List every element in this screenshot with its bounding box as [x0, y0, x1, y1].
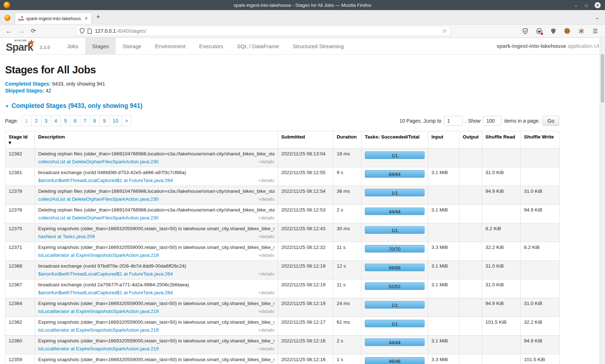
page-button-1[interactable]: 1: [22, 115, 32, 126]
stage-detail-link[interactable]: collectAsList at DeleteOrphanFilesSparkA…: [38, 196, 158, 202]
stage-detail-link[interactable]: $anonfun$withThreadLocalCaptured$1 at Fu…: [38, 178, 173, 183]
details-toggle[interactable]: +details: [258, 290, 274, 295]
tab-close-icon[interactable]: ✕: [84, 15, 89, 22]
description-text: Expiring snapshots (older_than=166932055…: [38, 319, 274, 325]
jump-to-input[interactable]: [444, 116, 463, 126]
page-button-3[interactable]: 3: [41, 115, 51, 126]
page-button-5[interactable]: 5: [60, 115, 71, 126]
reload-icon[interactable]: ⟳: [31, 28, 36, 34]
stage-detail-link[interactable]: collectAsList at DeleteOrphanFilesSparkA…: [38, 159, 158, 164]
page-button-4[interactable]: 4: [51, 115, 61, 126]
table-row: 12375Expiring snapshots (older_than=1669…: [5, 223, 560, 242]
stage-detail-link[interactable]: hasNext at Tasks.java:209: [38, 234, 95, 239]
tasks-cell: 46/46: [362, 354, 428, 364]
browser-tab[interactable]: ★Spark spark-ingest-into-lakehous ✕: [15, 12, 92, 24]
menu-icon[interactable]: ☰: [592, 28, 599, 34]
items-label: items in a page.: [504, 118, 540, 124]
input-cell: 3.1 MiB: [428, 279, 460, 298]
skipped-stages-summary: Skipped Stages: 42: [5, 88, 559, 94]
spark-nav-tabs: JobsStagesStorageEnvironmentExecutorsSQL…: [60, 38, 351, 54]
description-cell: Expiring snapshots (older_than=166932055…: [35, 298, 278, 317]
extension-mask-icon[interactable]: [536, 28, 542, 34]
column-header[interactable]: Submitted: [278, 131, 333, 149]
page-next-button[interactable]: >: [121, 115, 131, 126]
details-toggle[interactable]: +details: [258, 252, 274, 258]
spark-logo-word: Spark: [6, 41, 33, 53]
bookmark-star-icon[interactable]: ☆: [442, 28, 447, 34]
window-titlebar: spark-ingest-into-lakehouse - Stages for…: [0, 0, 605, 10]
nav-tab-stages[interactable]: Stages: [85, 38, 116, 54]
extension-cookie-icon[interactable]: [564, 28, 570, 34]
tasks-cell: 52/52: [362, 279, 428, 298]
column-header[interactable]: Description: [35, 131, 278, 149]
column-header[interactable]: Output: [460, 131, 482, 149]
description-cell: Expiring snapshots (older_than=166932055…: [35, 354, 278, 364]
page-info-icon[interactable]: [88, 28, 92, 34]
stage-detail-link[interactable]: toLocalIterator at ExpireSnapshotsSparkA…: [38, 346, 159, 351]
stage-detail-link[interactable]: collectAsList at DeleteOrphanFilesSparkA…: [38, 215, 158, 220]
details-toggle[interactable]: +details: [258, 178, 274, 183]
description-text: Expiring snapshots (older_than=166932055…: [38, 245, 274, 250]
page-button-9[interactable]: 9: [99, 115, 109, 126]
column-header[interactable]: Duration: [333, 131, 362, 149]
page-button-6[interactable]: 6: [70, 115, 80, 126]
extension-asterisk-icon[interactable]: [578, 28, 584, 34]
nav-tab-storage[interactable]: Storage: [116, 38, 148, 54]
list-all-tabs-icon[interactable]: ⌄: [595, 14, 599, 20]
page-button-10[interactable]: 10: [109, 115, 122, 126]
nav-tab-structured-streaming[interactable]: Structured Streaming: [286, 38, 351, 54]
page-button-8[interactable]: 8: [90, 115, 100, 126]
forward-icon[interactable]: →: [18, 28, 24, 34]
input-cell: 3.1 MiB: [428, 336, 460, 354]
page-button-2[interactable]: 2: [31, 115, 41, 126]
url-bar[interactable]: 127.0.0.1:4040/stages/ ☆: [76, 26, 451, 36]
table-row: 12367broadcast exchange (runId 2a75677f-…: [5, 279, 560, 298]
stage-detail-link[interactable]: toLocalIterator at ExpireSnapshotsSparkA…: [38, 309, 159, 314]
stage-detail-link[interactable]: toLocalIterator at ExpireSnapshotsSparkA…: [38, 327, 159, 333]
description-text: broadcast exchange (runId 97bdf70e-2f28-…: [38, 263, 274, 269]
column-header[interactable]: Shuffle Write: [521, 131, 560, 149]
stage-detail-link[interactable]: $anonfun$withThreadLocalCaptured$1 at Fu…: [38, 290, 173, 295]
tasks-progress-bar: 46/46: [365, 357, 425, 364]
scrollbar[interactable]: [600, 38, 605, 364]
description-cell: Deleting orphan files (older_than=166910…: [35, 186, 278, 205]
details-toggle[interactable]: +details: [258, 271, 274, 277]
details-toggle[interactable]: +details: [258, 215, 274, 220]
table-row: 12368broadcast exchange (runId 97bdf70e-…: [5, 261, 560, 279]
nav-tab-environment[interactable]: Environment: [148, 38, 192, 54]
details-toggle[interactable]: +details: [258, 159, 274, 164]
description-cell: Deleting orphan files (older_than=166910…: [35, 205, 278, 223]
column-header[interactable]: Stage Id ▾: [5, 131, 35, 149]
page-content: Stages for All Jobs Completed Stages: 94…: [0, 64, 564, 364]
details-toggle[interactable]: +details: [258, 234, 274, 239]
page-button-7[interactable]: 7: [80, 115, 90, 126]
firefox-logo-icon: [4, 2, 10, 8]
show-count-input[interactable]: [483, 116, 502, 126]
stage-detail-link[interactable]: toLocalIterator at ExpireSnapshotsSparkA…: [38, 252, 159, 258]
details-toggle[interactable]: +details: [258, 196, 274, 202]
back-icon[interactable]: ←: [6, 28, 12, 34]
extension-ublock-icon[interactable]: [550, 28, 556, 34]
nav-tab-jobs[interactable]: Jobs: [60, 38, 85, 54]
scrollbar-thumb[interactable]: [601, 54, 604, 103]
stage-detail-link[interactable]: $anonfun$withThreadLocalCaptured$1 at Fu…: [38, 271, 173, 277]
spark-logo[interactable]: APACHE ★ Spark 3.3.0: [0, 38, 52, 54]
nav-tab-sql-dataframe[interactable]: SQL / DataFrame: [230, 38, 286, 54]
details-toggle[interactable]: +details: [258, 309, 274, 314]
tab-bar: ★Spark spark-ingest-into-lakehous ✕ + ⌄: [0, 10, 605, 24]
column-header[interactable]: Shuffle Read: [482, 131, 521, 149]
details-toggle[interactable]: +details: [258, 346, 274, 351]
go-button[interactable]: Go: [542, 116, 559, 126]
details-toggle[interactable]: +details: [258, 327, 274, 333]
column-header[interactable]: Input: [428, 131, 460, 149]
shuffle-write-cell: [521, 279, 560, 298]
new-tab-button[interactable]: +: [96, 13, 100, 20]
maximize-icon[interactable]: ◇: [584, 3, 588, 8]
minimize-icon[interactable]: ⌄: [574, 3, 578, 8]
nav-tab-executors[interactable]: Executors: [192, 38, 230, 54]
input-cell: 3.1 MiB: [428, 167, 460, 186]
close-icon[interactable]: ✕: [595, 2, 601, 8]
extension-shield-check-icon[interactable]: [522, 28, 528, 34]
completed-stages-section-toggle[interactable]: ▼ Completed Stages (9433, only showing 9…: [5, 102, 559, 110]
column-header[interactable]: Tasks: Succeeded/Total: [362, 131, 428, 149]
